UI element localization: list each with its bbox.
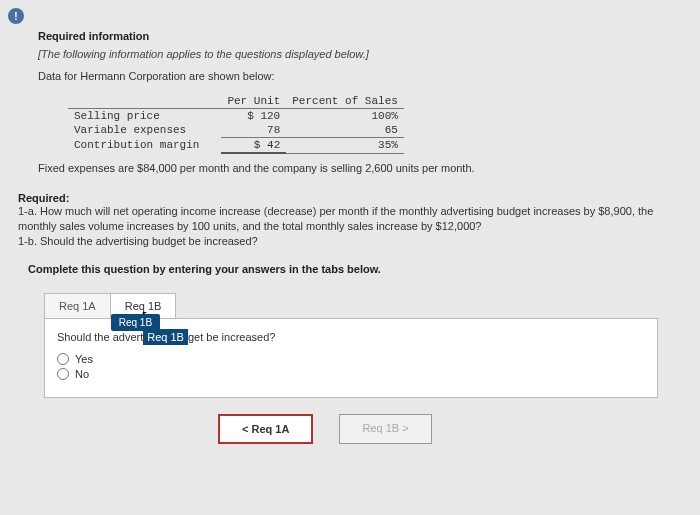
tab-req-1b[interactable]: Req 1B ↖ Req 1B [110,293,177,318]
row-var-exp-label: Variable expenses [68,123,221,138]
row-selling-price-label: Selling price [68,109,221,124]
data-intro: Data for Hermann Corporation are shown b… [38,70,668,82]
tabs-row: Req 1A Req 1B ↖ Req 1B [44,293,668,318]
pane-q-pre: Should the advert [57,331,143,343]
col-percent-sales: Percent of Sales [286,94,404,109]
radio-yes[interactable] [57,353,69,365]
nav-next-button[interactable]: Req 1B > [339,414,431,444]
option-no-row[interactable]: No [57,368,645,380]
required-title: Required: [18,192,668,204]
fixed-expenses-line: Fixed expenses are $84,000 per month and… [38,162,668,174]
option-yes-label: Yes [75,353,93,365]
nav-row: < Req 1A Req 1B > [218,414,668,444]
required-1a: 1-a. How much will net operating income … [18,204,668,234]
row-contrib-unit: $ 42 [221,138,286,154]
tab-req-1a[interactable]: Req 1A [44,293,110,318]
pane-question: Should the advertReq 1Bget be increased? [57,331,645,343]
pane-q-post: get be increased? [188,331,275,343]
tab-tooltip: Req 1B [111,314,160,331]
required-info-heading: Required information [38,30,668,42]
info-badge: ! [8,8,24,24]
main-content: Required information [The following info… [0,0,700,454]
row-contrib-pct: 35% [286,138,404,154]
radio-no[interactable] [57,368,69,380]
instruction-line: Complete this question by entering your … [28,263,668,275]
option-yes-row[interactable]: Yes [57,353,645,365]
required-block: Required: 1-a. How much will net operati… [18,192,668,249]
row-contrib-label: Contribution margin [68,138,221,154]
option-no-label: No [75,368,89,380]
row-var-exp-pct: 65 [286,123,404,138]
applies-note: [The following information applies to th… [38,48,668,60]
nav-prev-button[interactable]: < Req 1A [218,414,313,444]
row-selling-price-unit: $ 120 [221,109,286,124]
row-var-exp-unit: 78 [221,123,286,138]
col-per-unit: Per Unit [221,94,286,109]
pane-q-highlight: Req 1B [143,329,188,345]
data-table: Per Unit Percent of Sales Selling price … [68,94,404,154]
row-selling-price-pct: 100% [286,109,404,124]
required-1b: 1-b. Should the advertising budget be in… [18,234,668,249]
data-table-wrap: Per Unit Percent of Sales Selling price … [68,94,668,154]
